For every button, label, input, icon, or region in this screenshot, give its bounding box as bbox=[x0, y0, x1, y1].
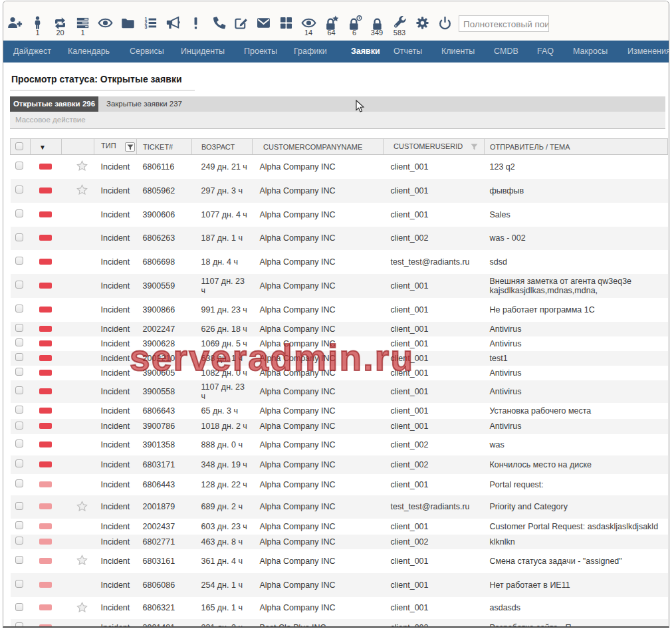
svg-text:3: 3 bbox=[145, 25, 148, 30]
